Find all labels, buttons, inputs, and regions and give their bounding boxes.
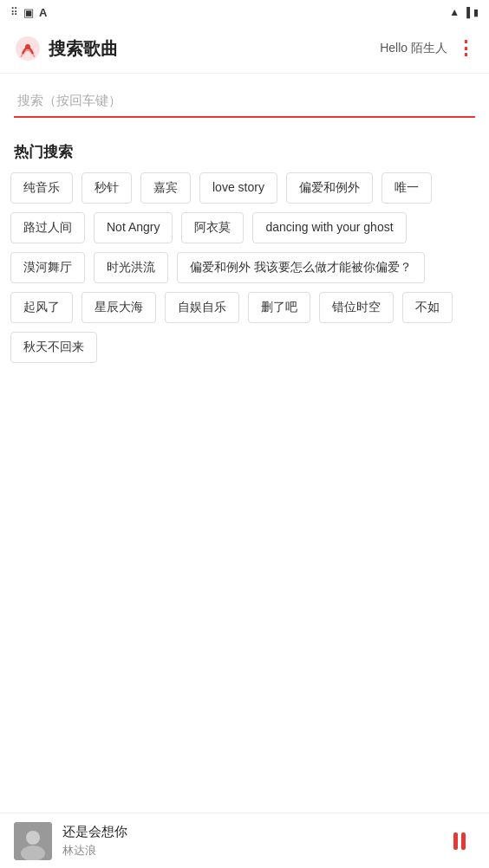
hot-search-tag[interactable]: 秒针 [82, 172, 132, 204]
hot-search-tag[interactable]: 阿衣莫 [181, 212, 244, 243]
app-logo [14, 35, 42, 62]
hot-search-tag[interactable]: 删了吧 [248, 292, 310, 323]
pause-bar-left [453, 832, 458, 850]
header-left: 搜索歌曲 [14, 35, 118, 62]
hot-search-tags: 纯音乐秒针嘉宾love story偏爱和例外唯一路过人间Not Angry阿衣莫… [0, 172, 489, 363]
status-bar: ⠿ ▣ A ▲ ▐ ▮ [0, 0, 489, 24]
a-icon: A [39, 6, 47, 19]
search-input[interactable] [14, 84, 475, 118]
hot-search-tag[interactable]: 自娱自乐 [165, 292, 239, 323]
svg-point-1 [25, 44, 30, 49]
header-divider [0, 73, 489, 74]
pause-button[interactable] [444, 826, 475, 857]
player-song-title: 还是会想你 [62, 824, 434, 840]
greeting-text: Hello 陌生人 [380, 41, 447, 56]
hot-search-tag[interactable]: 起风了 [10, 292, 73, 323]
grid-icon: ⠿ [10, 6, 18, 18]
pause-icon [453, 832, 466, 850]
hot-search-tag[interactable]: 漠河舞厅 [10, 252, 85, 283]
player-avatar [14, 822, 52, 860]
hot-search-tag[interactable]: 唯一 [381, 172, 432, 204]
hot-search-tag[interactable]: 路过人间 [10, 212, 85, 243]
svg-point-3 [26, 831, 40, 845]
hot-search-tag[interactable]: dancing with your ghost [252, 212, 406, 243]
app-header: 搜索歌曲 Hello 陌生人 ⋮ [0, 24, 489, 73]
wifi-icon: ▲ [449, 6, 460, 18]
more-menu-button[interactable]: ⋮ [456, 37, 475, 60]
app-title: 搜索歌曲 [49, 37, 118, 61]
player-avatar-image [14, 822, 52, 860]
hot-search-tag[interactable]: 偏爱和例外 [286, 172, 373, 204]
signal-icon: ▐ [463, 7, 470, 17]
hot-search-tag[interactable]: 纯音乐 [10, 172, 73, 204]
status-bar-right: ▲ ▐ ▮ [449, 6, 479, 18]
player-controls[interactable] [444, 826, 475, 857]
player-info: 还是会想你 林达浪 [62, 824, 434, 858]
square-icon: ▣ [23, 6, 34, 19]
hot-search-title: 热门搜索 [0, 128, 489, 172]
search-container [14, 84, 475, 118]
pause-bar-right [461, 832, 466, 850]
header-right: Hello 陌生人 ⋮ [380, 37, 475, 60]
player-bar: 还是会想你 林达浪 [0, 813, 489, 868]
player-artist: 林达浪 [62, 843, 434, 858]
hot-search-tag[interactable]: 错位时空 [319, 292, 394, 323]
hot-search-tag[interactable]: 不如 [402, 292, 453, 323]
status-bar-left: ⠿ ▣ A [10, 6, 47, 19]
hot-search-tag[interactable]: 秋天不回来 [10, 332, 97, 363]
hot-search-tag[interactable]: love story [199, 172, 277, 204]
hot-search-tag[interactable]: 偏爱和例外 我该要怎么做才能被你偏爱？ [177, 252, 425, 283]
hot-search-tag[interactable]: 时光洪流 [94, 252, 168, 283]
battery-icon: ▮ [473, 7, 479, 18]
hot-search-tag[interactable]: Not Angry [94, 212, 173, 243]
hot-search-tag[interactable]: 嘉宾 [140, 172, 191, 204]
hot-search-tag[interactable]: 星辰大海 [82, 292, 156, 323]
